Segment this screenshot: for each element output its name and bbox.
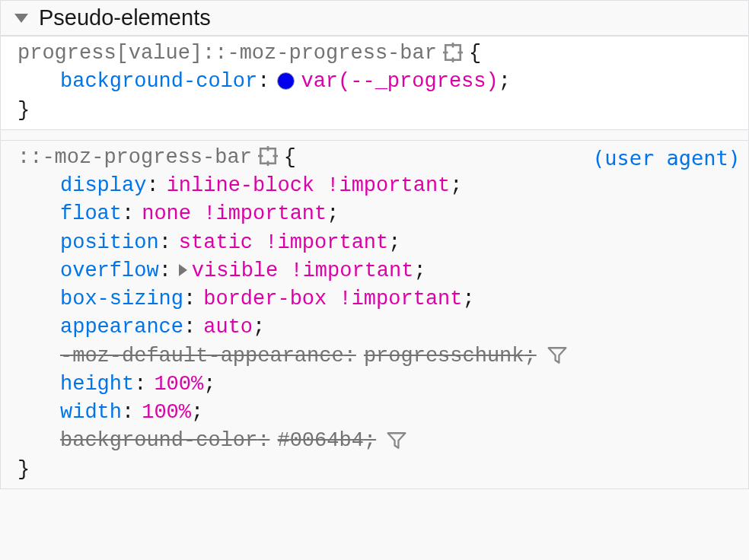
selector[interactable]: ::-moz-progress-bar [18, 144, 252, 172]
declaration[interactable]: overflow:visible !important; [60, 257, 741, 285]
css-property[interactable]: -moz-default-appearance [60, 342, 344, 371]
semicolon: ; [327, 200, 339, 228]
chevron-down-icon [14, 14, 28, 23]
semicolon: ; [413, 257, 425, 285]
colon: : [183, 313, 196, 342]
selector-highlighter-icon[interactable] [443, 43, 463, 62]
css-property[interactable]: box-sizing [60, 285, 183, 313]
css-value[interactable]: 100% [154, 371, 203, 399]
css-property[interactable]: background-color [60, 68, 257, 96]
css-value[interactable]: 100% [142, 399, 191, 427]
selector-highlighter-icon[interactable] [258, 146, 278, 166]
brace-close: } [18, 97, 741, 125]
declaration[interactable]: appearance:auto; [60, 313, 741, 342]
colon: : [122, 399, 134, 427]
stylesheet-source[interactable]: (user agent) [592, 144, 741, 172]
css-value[interactable]: visible !important [192, 257, 414, 285]
semicolon: ; [388, 229, 400, 257]
semicolon: ; [253, 313, 265, 342]
css-value[interactable]: #0064b4 [277, 427, 363, 455]
css-rule: progress[value]::-moz-progress-bar { bac… [1, 36, 748, 129]
filter-icon[interactable] [547, 345, 567, 365]
css-property[interactable]: position [60, 229, 159, 257]
declaration[interactable]: height:100%; [60, 371, 741, 399]
selector-line: ::-moz-progress-bar { (user agent) [18, 144, 741, 172]
colon: : [159, 257, 171, 285]
semicolon: ; [191, 399, 203, 427]
section-title: Pseudo-elements [39, 5, 211, 30]
css-property[interactable]: appearance [60, 313, 183, 342]
colon: : [134, 371, 146, 399]
declarations: background-color: var(--_progress); [18, 68, 741, 96]
css-property[interactable]: display [60, 172, 146, 200]
css-value[interactable]: var(--_progress) [301, 68, 498, 96]
css-property[interactable]: float [60, 200, 122, 228]
declaration[interactable]: display:inline-block !important; [60, 172, 741, 200]
colon: : [146, 172, 158, 200]
colon: : [159, 229, 171, 257]
declaration[interactable]: float:none !important; [60, 200, 741, 228]
colon: : [257, 427, 269, 455]
colon: : [257, 68, 269, 96]
css-property[interactable]: height [60, 371, 134, 399]
declaration[interactable]: width:100%; [60, 399, 741, 427]
css-value[interactable]: static !important [179, 229, 388, 257]
css-value[interactable]: progresschunk [364, 342, 524, 371]
color-swatch[interactable] [277, 72, 295, 90]
declaration[interactable]: background-color: var(--_progress); [60, 68, 741, 96]
expand-shorthand-icon[interactable] [179, 264, 187, 276]
declaration[interactable]: position:static !important; [60, 229, 741, 257]
semicolon: ; [203, 371, 215, 399]
pseudo-elements-header[interactable]: Pseudo-elements [1, 1, 748, 36]
semicolon: ; [499, 68, 511, 96]
declarations: display:inline-block !important;float:no… [18, 172, 741, 456]
filter-icon[interactable] [387, 431, 406, 450]
brace-open: { [284, 144, 296, 172]
colon: : [183, 285, 196, 313]
css-value[interactable]: auto [203, 313, 253, 342]
colon: : [344, 342, 356, 371]
declaration[interactable]: box-sizing:border-box !important; [60, 285, 741, 313]
selector[interactable]: progress[value]::-moz-progress-bar [18, 40, 437, 68]
brace-open: { [469, 40, 481, 68]
brace-close: } [18, 456, 741, 484]
declaration[interactable]: -moz-default-appearance:progresschunk; [60, 342, 741, 371]
css-property[interactable]: overflow [60, 257, 159, 285]
css-property[interactable]: width [60, 399, 122, 427]
selector-line: progress[value]::-moz-progress-bar { [18, 40, 741, 68]
styles-panel: Pseudo-elements progress[value]::-moz-pr… [0, 0, 749, 489]
declaration[interactable]: background-color:#0064b4; [60, 427, 741, 455]
css-property[interactable]: background-color [60, 427, 257, 455]
css-value[interactable]: border-box !important [203, 285, 462, 313]
semicolon: ; [450, 172, 462, 200]
semicolon: ; [524, 342, 537, 371]
semicolon: ; [463, 285, 475, 313]
colon: : [122, 200, 134, 228]
css-value[interactable]: inline-block !important [167, 172, 451, 200]
css-rule: ::-moz-progress-bar { (user agent) displ… [1, 140, 748, 488]
semicolon: ; [364, 427, 376, 455]
rule-gap [1, 129, 748, 140]
css-value[interactable]: none !important [142, 200, 327, 228]
